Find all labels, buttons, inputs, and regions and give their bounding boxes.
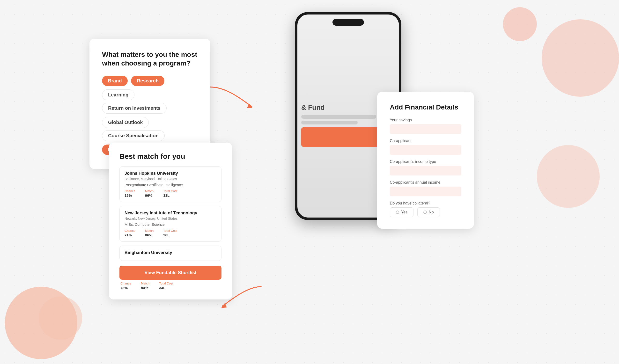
uni-1-match-label: Match <box>145 189 154 193</box>
radio-no-label: No <box>429 210 434 214</box>
field-label-collateral: Do you have collateral? <box>390 201 461 205</box>
uni-3-cost-value: 34L <box>159 286 173 290</box>
arrow-right <box>208 82 256 111</box>
uni-card-2: New Jersey Institute of Technology Newar… <box>119 206 222 242</box>
uni-3-stats: Chance 78% Match 84% Total Cost 34L <box>119 281 222 290</box>
uni-1-stats: Chance 15% Match 96% Total Cost 33L <box>125 189 216 197</box>
phone-blurred-bar-2 <box>301 121 358 125</box>
tag-brand[interactable]: Brand <box>102 76 128 86</box>
uni-2-location: Newark, New Jersey, United States <box>125 217 216 220</box>
uni-2-chance-label: Chance <box>125 229 135 233</box>
radio-yes-label: Yes <box>401 210 408 214</box>
tag-course[interactable]: Course Specialisation <box>102 130 165 141</box>
uni-1-match-value: 96% <box>145 193 154 197</box>
uni-3-chance-label: Chance <box>120 281 131 285</box>
card-question-title: What matters to you the most when choosi… <box>102 50 198 68</box>
uni-3-match-value: 84% <box>141 286 149 290</box>
tags-row-1: Brand Research Learning <box>102 76 198 100</box>
tag-research[interactable]: Research <box>131 76 164 86</box>
uni-card-3: Binghantom University <box>119 246 222 261</box>
tag-global[interactable]: Global Outlook <box>102 117 149 128</box>
uni-1-chance-label: Chance <box>125 189 135 193</box>
tag-roi[interactable]: Return on Investments <box>102 103 167 114</box>
uni-2-program: M.Sc. Computer Science <box>125 222 216 226</box>
scene: & Fund What matters to you the most when… <box>0 0 619 364</box>
input-coapplicant[interactable] <box>390 145 461 155</box>
uni-1-chance-value: 15% <box>125 193 135 197</box>
uni-2-name: New Jersey Institute of Technology <box>125 210 216 216</box>
tags-row-2: Return on Investments Global Outlook <box>102 103 198 128</box>
uni-1-cost-value: 33L <box>163 193 177 197</box>
input-savings[interactable] <box>390 124 461 134</box>
uni-1-program: Postgraduate Certificate Intelligence <box>125 183 216 187</box>
field-label-coapplicant: Co-applicant <box>390 139 461 143</box>
view-shortlist-button[interactable]: View Fundable Shortlist <box>119 266 222 280</box>
uni-2-chance-value: 71% <box>125 233 135 237</box>
uni-2-match-label: Match <box>145 229 154 233</box>
field-label-annual-income: Co-applicant's annual income <box>390 180 461 185</box>
input-income-type[interactable] <box>390 166 461 175</box>
card-match-title: Best match for you <box>119 152 222 160</box>
uni-1-name: Johns Hopkins University <box>125 171 216 176</box>
tag-learning[interactable]: Learning <box>102 89 134 100</box>
uni-1-location: Baltimore, Maryland, United States <box>125 177 216 181</box>
radio-no[interactable]: No <box>417 207 440 217</box>
phone-notch <box>333 19 364 26</box>
uni-3-match-label: Match <box>141 281 149 285</box>
radio-yes-dot <box>396 210 399 214</box>
uni-card-1: Johns Hopkins University Baltimore, Mary… <box>119 166 222 202</box>
field-label-income-type: Co-applicant's income type <box>390 159 461 164</box>
card-financial-title: Add Financial Details <box>390 103 461 111</box>
radio-row-collateral: Yes No <box>390 207 461 217</box>
phone-blurred-bar-1 <box>301 115 376 119</box>
uni-2-stats: Chance 71% Match 86% Total Cost 36L <box>125 229 216 237</box>
field-label-savings: Your savings <box>390 118 461 122</box>
uni-2-match-value: 86% <box>145 233 154 237</box>
card-financial: Add Financial Details Your savings Co-ap… <box>377 92 474 229</box>
input-annual-income[interactable] <box>390 187 461 196</box>
uni-1-cost-label: Total Cost <box>163 189 177 193</box>
uni-3-cost-label: Total Cost <box>159 281 173 285</box>
card-match: Best match for you Johns Hopkins Univers… <box>109 143 232 299</box>
uni-3-chance-value: 78% <box>120 286 131 290</box>
uni-2-cost-value: 36L <box>163 233 177 237</box>
radio-no-dot <box>423 210 427 214</box>
radio-yes[interactable]: Yes <box>390 207 413 217</box>
uni-2-cost-label: Total Cost <box>163 229 177 233</box>
uni-3-name: Binghantom University <box>125 250 216 255</box>
